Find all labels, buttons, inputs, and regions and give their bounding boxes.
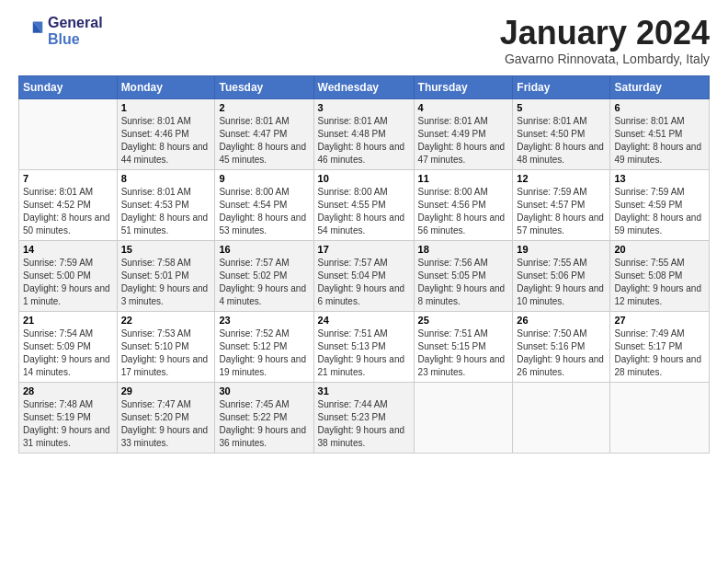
calendar-cell: 13Sunrise: 7:59 AMSunset: 4:59 PMDayligh… <box>610 169 710 240</box>
calendar-week-5: 28Sunrise: 7:48 AMSunset: 5:19 PMDayligh… <box>19 382 710 453</box>
calendar-week-3: 14Sunrise: 7:59 AMSunset: 5:00 PMDayligh… <box>19 240 710 311</box>
calendar-cell <box>610 382 710 453</box>
calendar-cell: 26Sunrise: 7:50 AMSunset: 5:16 PMDayligh… <box>513 311 610 382</box>
header-day-monday: Monday <box>117 75 215 98</box>
day-number: 4 <box>418 102 509 113</box>
day-number: 11 <box>418 173 509 184</box>
calendar-cell: 21Sunrise: 7:54 AMSunset: 5:09 PMDayligh… <box>19 311 118 382</box>
day-info: Sunrise: 8:01 AMSunset: 4:51 PMDaylight:… <box>614 115 705 167</box>
day-info: Sunrise: 8:01 AMSunset: 4:52 PMDaylight:… <box>23 186 113 237</box>
page-container: General Blue January 2024 Gavarno Rinnov… <box>0 0 728 463</box>
day-info: Sunrise: 7:44 AMSunset: 5:23 PMDaylight:… <box>318 398 410 450</box>
day-number: 19 <box>517 244 606 255</box>
header-day-sunday: Sunday <box>19 75 118 98</box>
header-day-tuesday: Tuesday <box>215 75 313 98</box>
calendar-cell: 8Sunrise: 8:01 AMSunset: 4:53 PMDaylight… <box>117 169 215 240</box>
day-info: Sunrise: 7:55 AMSunset: 5:08 PMDaylight:… <box>614 257 705 308</box>
day-number: 15 <box>121 244 211 255</box>
day-number: 30 <box>219 385 309 396</box>
calendar-week-2: 7Sunrise: 8:01 AMSunset: 4:52 PMDaylight… <box>19 169 710 240</box>
day-info: Sunrise: 8:01 AMSunset: 4:46 PMDaylight:… <box>121 115 211 167</box>
calendar-cell: 3Sunrise: 8:01 AMSunset: 4:48 PMDaylight… <box>313 98 414 169</box>
day-info: Sunrise: 8:00 AMSunset: 4:56 PMDaylight:… <box>418 186 509 237</box>
day-info: Sunrise: 7:54 AMSunset: 5:09 PMDaylight:… <box>23 327 113 379</box>
day-info: Sunrise: 7:52 AMSunset: 5:12 PMDaylight:… <box>219 327 309 379</box>
calendar-cell: 30Sunrise: 7:45 AMSunset: 5:22 PMDayligh… <box>215 382 313 453</box>
logo: General Blue <box>18 15 103 49</box>
calendar-cell: 24Sunrise: 7:51 AMSunset: 5:13 PMDayligh… <box>313 311 414 382</box>
day-number: 21 <box>23 315 113 326</box>
day-number: 29 <box>121 385 211 396</box>
calendar-cell: 6Sunrise: 8:01 AMSunset: 4:51 PMDaylight… <box>610 98 710 169</box>
day-info: Sunrise: 7:50 AMSunset: 5:16 PMDaylight:… <box>517 327 606 379</box>
day-number: 26 <box>517 315 606 326</box>
calendar-week-4: 21Sunrise: 7:54 AMSunset: 5:09 PMDayligh… <box>19 311 710 382</box>
day-number: 31 <box>318 385 410 396</box>
day-number: 7 <box>23 173 113 184</box>
calendar-cell: 15Sunrise: 7:58 AMSunset: 5:01 PMDayligh… <box>117 240 215 311</box>
title-block: January 2024 Gavarno Rinnovata, Lombardy… <box>500 15 710 66</box>
day-info: Sunrise: 7:59 AMSunset: 4:59 PMDaylight:… <box>614 186 705 237</box>
header-day-saturday: Saturday <box>610 75 710 98</box>
day-info: Sunrise: 7:48 AMSunset: 5:19 PMDaylight:… <box>23 398 113 450</box>
day-info: Sunrise: 7:49 AMSunset: 5:17 PMDaylight:… <box>614 327 705 379</box>
calendar-cell: 20Sunrise: 7:55 AMSunset: 5:08 PMDayligh… <box>610 240 710 311</box>
logo-text: General Blue <box>48 15 103 49</box>
day-info: Sunrise: 8:01 AMSunset: 4:50 PMDaylight:… <box>517 115 606 167</box>
calendar-cell: 11Sunrise: 8:00 AMSunset: 4:56 PMDayligh… <box>414 169 513 240</box>
calendar-cell: 31Sunrise: 7:44 AMSunset: 5:23 PMDayligh… <box>313 382 414 453</box>
day-info: Sunrise: 8:01 AMSunset: 4:53 PMDaylight:… <box>121 186 211 237</box>
day-number: 20 <box>614 244 705 255</box>
day-number: 6 <box>614 102 705 113</box>
day-info: Sunrise: 7:51 AMSunset: 5:13 PMDaylight:… <box>318 327 410 379</box>
day-number: 13 <box>614 173 705 184</box>
calendar-cell: 19Sunrise: 7:55 AMSunset: 5:06 PMDayligh… <box>513 240 610 311</box>
header-day-friday: Friday <box>513 75 610 98</box>
day-number: 27 <box>614 315 705 326</box>
calendar-cell: 9Sunrise: 8:00 AMSunset: 4:54 PMDaylight… <box>215 169 313 240</box>
calendar-cell: 1Sunrise: 8:01 AMSunset: 4:46 PMDaylight… <box>117 98 215 169</box>
day-info: Sunrise: 7:53 AMSunset: 5:10 PMDaylight:… <box>121 327 211 379</box>
calendar-cell <box>414 382 513 453</box>
calendar-cell: 16Sunrise: 7:57 AMSunset: 5:02 PMDayligh… <box>215 240 313 311</box>
calendar-cell: 14Sunrise: 7:59 AMSunset: 5:00 PMDayligh… <box>19 240 118 311</box>
day-number: 3 <box>318 102 410 113</box>
day-number: 17 <box>318 244 410 255</box>
month-title: January 2024 <box>500 15 710 52</box>
location-subtitle: Gavarno Rinnovata, Lombardy, Italy <box>500 52 710 66</box>
calendar-cell: 17Sunrise: 7:57 AMSunset: 5:04 PMDayligh… <box>313 240 414 311</box>
day-number: 25 <box>418 315 509 326</box>
calendar-cell: 23Sunrise: 7:52 AMSunset: 5:12 PMDayligh… <box>215 311 313 382</box>
day-info: Sunrise: 7:57 AMSunset: 5:02 PMDaylight:… <box>219 257 309 308</box>
calendar-cell: 27Sunrise: 7:49 AMSunset: 5:17 PMDayligh… <box>610 311 710 382</box>
day-number: 18 <box>418 244 509 255</box>
calendar-cell <box>513 382 610 453</box>
logo-icon <box>18 18 44 44</box>
day-number: 24 <box>318 315 410 326</box>
day-info: Sunrise: 8:01 AMSunset: 4:47 PMDaylight:… <box>219 115 309 167</box>
day-info: Sunrise: 8:01 AMSunset: 4:49 PMDaylight:… <box>418 115 509 167</box>
day-number: 23 <box>219 315 309 326</box>
day-number: 5 <box>517 102 606 113</box>
calendar-cell: 22Sunrise: 7:53 AMSunset: 5:10 PMDayligh… <box>117 311 215 382</box>
calendar-cell: 12Sunrise: 7:59 AMSunset: 4:57 PMDayligh… <box>513 169 610 240</box>
day-info: Sunrise: 7:45 AMSunset: 5:22 PMDaylight:… <box>219 398 309 450</box>
day-number: 10 <box>318 173 410 184</box>
day-info: Sunrise: 8:00 AMSunset: 4:55 PMDaylight:… <box>318 186 410 237</box>
day-number: 8 <box>121 173 211 184</box>
day-info: Sunrise: 7:55 AMSunset: 5:06 PMDaylight:… <box>517 257 606 308</box>
calendar-cell: 18Sunrise: 7:56 AMSunset: 5:05 PMDayligh… <box>414 240 513 311</box>
calendar-cell: 5Sunrise: 8:01 AMSunset: 4:50 PMDaylight… <box>513 98 610 169</box>
day-number: 12 <box>517 173 606 184</box>
day-info: Sunrise: 8:00 AMSunset: 4:54 PMDaylight:… <box>219 186 309 237</box>
calendar-cell: 29Sunrise: 7:47 AMSunset: 5:20 PMDayligh… <box>117 382 215 453</box>
day-info: Sunrise: 7:58 AMSunset: 5:01 PMDaylight:… <box>121 257 211 308</box>
calendar-cell: 28Sunrise: 7:48 AMSunset: 5:19 PMDayligh… <box>19 382 118 453</box>
calendar-cell: 25Sunrise: 7:51 AMSunset: 5:15 PMDayligh… <box>414 311 513 382</box>
day-info: Sunrise: 7:59 AMSunset: 4:57 PMDaylight:… <box>517 186 606 237</box>
day-info: Sunrise: 7:47 AMSunset: 5:20 PMDaylight:… <box>121 398 211 450</box>
calendar-cell: 4Sunrise: 8:01 AMSunset: 4:49 PMDaylight… <box>414 98 513 169</box>
day-info: Sunrise: 7:59 AMSunset: 5:00 PMDaylight:… <box>23 257 113 308</box>
day-info: Sunrise: 7:51 AMSunset: 5:15 PMDaylight:… <box>418 327 509 379</box>
day-number: 28 <box>23 385 113 396</box>
